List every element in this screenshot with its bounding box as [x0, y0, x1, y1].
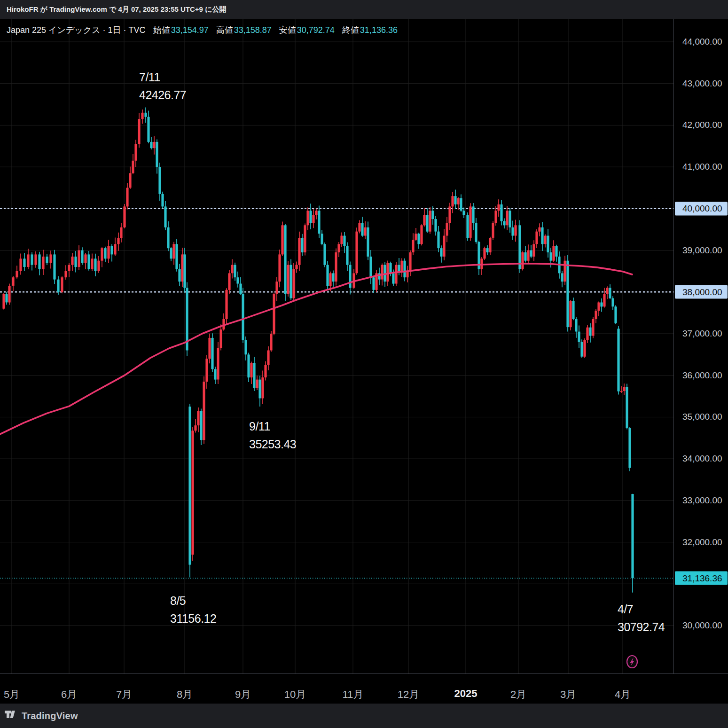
candle-body	[466, 215, 469, 238]
candle-body	[500, 204, 502, 221]
candle-body	[423, 215, 425, 225]
candle-body	[549, 252, 552, 261]
tradingview-logo-icon[interactable]	[5, 711, 18, 721]
candle-body	[597, 303, 600, 311]
candle-body	[457, 198, 459, 204]
candle-body	[420, 225, 423, 244]
candle-body	[417, 234, 420, 244]
candle-body	[460, 198, 462, 211]
candle-body	[575, 319, 577, 332]
tradingview-wordmark[interactable]: TradingView	[22, 711, 78, 721]
candle-body	[244, 340, 247, 354]
candle-body	[183, 254, 186, 288]
candle-body	[78, 250, 80, 267]
candle-body	[541, 227, 543, 244]
candle-body	[518, 225, 521, 269]
ma-line	[0, 264, 632, 434]
candle-body	[462, 211, 465, 215]
candle-body	[369, 257, 372, 277]
candle-body	[489, 238, 491, 252]
footer-bar: TradingView	[0, 704, 728, 728]
candle-body	[392, 273, 394, 283]
chart-pane[interactable]: 7/1142426.779/1135253.438/531156.124/730…	[0, 19, 673, 673]
price-tick-label: 32,000.00	[682, 537, 722, 548]
candle-body	[503, 221, 505, 226]
candle-body	[129, 173, 131, 188]
candle-body	[603, 294, 605, 307]
candle-body	[628, 428, 631, 468]
candle-body	[555, 246, 557, 257]
candle-body	[200, 411, 202, 440]
price-tick-label: 36,000.00	[682, 370, 722, 381]
candle-body	[84, 254, 86, 263]
candle-body	[120, 227, 122, 238]
candle-body	[321, 234, 323, 244]
candle-body	[167, 227, 169, 248]
time-tick-label: 9月	[235, 688, 251, 702]
price-axis[interactable]: 44,000.0043,000.0042,000.0041,000.0039,0…	[673, 19, 728, 673]
candle-body	[91, 258, 93, 269]
candle-body	[284, 225, 286, 294]
candle-body	[153, 142, 155, 148]
candle-body	[219, 329, 222, 348]
price-level-badge: 38,000.00	[675, 285, 728, 299]
last-price-badge: 31,136.36	[675, 571, 728, 585]
candle-body	[281, 225, 283, 254]
candle-body	[355, 232, 358, 274]
price-tick-label: 42,000.00	[682, 120, 722, 130]
candle-body	[42, 257, 44, 269]
candle-body	[578, 332, 580, 342]
candle-body	[261, 377, 264, 398]
annotation-label: 4/730792.74	[618, 603, 665, 634]
candle-body	[318, 211, 320, 234]
candle-body	[225, 290, 227, 319]
price-tick-label: 33,000.00	[682, 495, 722, 506]
candle-body	[68, 265, 70, 271]
candle-body	[361, 223, 363, 236]
candle-body	[497, 204, 500, 211]
time-axis[interactable]: 5月6月7月8月9月10月11月12月20252月3月4月	[0, 673, 728, 704]
candle-body	[454, 196, 456, 204]
candle-body	[287, 265, 289, 294]
candle-body	[448, 206, 451, 223]
candle-body	[110, 246, 113, 255]
candle-body	[469, 206, 471, 238]
candle-body	[94, 258, 96, 271]
tradingview-published-chart: HirokoFR が TradingView.com で 4月 07, 2025…	[0, 0, 728, 728]
candle-body	[343, 236, 345, 246]
time-tick-label: 2月	[510, 688, 526, 702]
annotation-label: 9/1135253.43	[249, 420, 296, 451]
candle-body	[301, 238, 303, 252]
candle-body	[175, 244, 178, 269]
candle-body	[64, 271, 67, 277]
candle-body	[486, 248, 488, 252]
candle-body	[217, 348, 219, 380]
price-tick-label: 37,000.00	[682, 329, 722, 339]
time-tick-label: 8月	[177, 688, 193, 702]
candle-body	[16, 271, 18, 277]
candle-body	[412, 240, 414, 252]
candle-body	[273, 294, 275, 334]
candle-body	[228, 273, 230, 290]
candle-body	[147, 117, 149, 142]
candle-body	[306, 211, 309, 225]
candle-body	[446, 223, 448, 236]
annotation-label: 8/531156.12	[170, 594, 216, 625]
candle-body	[358, 223, 360, 232]
candle-body	[46, 257, 48, 263]
candle-body	[194, 425, 196, 431]
candle-body	[242, 294, 244, 340]
candle-body	[346, 246, 348, 265]
candle-body	[506, 211, 508, 225]
price-chart[interactable]: 7/1142426.779/1135253.438/531156.124/730…	[0, 19, 673, 673]
candle-body	[231, 265, 233, 274]
candle-body	[304, 225, 306, 252]
candle-body	[114, 244, 116, 254]
candle-body	[395, 265, 397, 284]
candle-body	[566, 261, 569, 327]
candle-body	[564, 261, 566, 282]
candle-body	[181, 254, 183, 282]
candle-body	[141, 113, 143, 119]
annotation-label: 7/1142426.77	[139, 70, 186, 102]
candle-body	[236, 277, 239, 283]
